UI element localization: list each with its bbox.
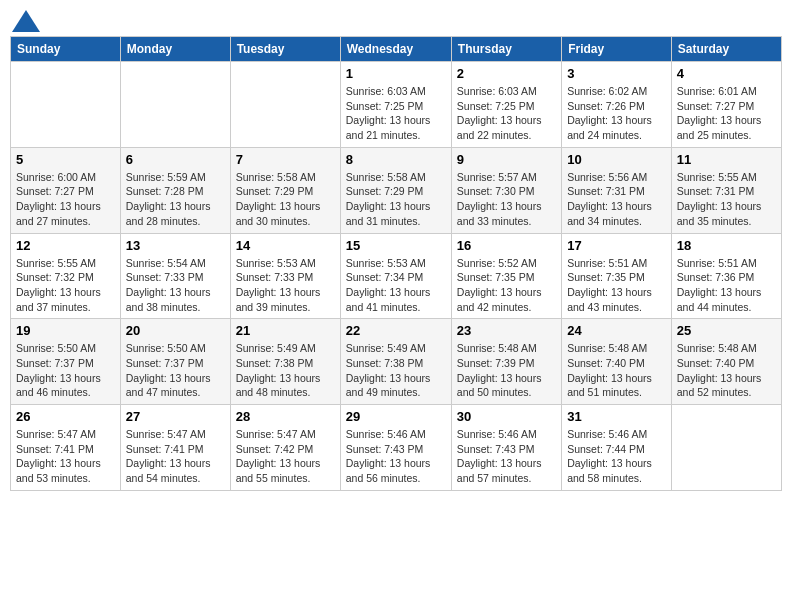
calendar-cell: 6Sunrise: 5:59 AM Sunset: 7:28 PM Daylig… [120,147,230,233]
day-number: 23 [457,323,556,338]
calendar-header-tuesday: Tuesday [230,37,340,62]
calendar-cell: 20Sunrise: 5:50 AM Sunset: 7:37 PM Dayli… [120,319,230,405]
calendar-week-row: 1Sunrise: 6:03 AM Sunset: 7:25 PM Daylig… [11,62,782,148]
day-info: Sunrise: 5:48 AM Sunset: 7:40 PM Dayligh… [677,341,776,400]
day-info: Sunrise: 6:02 AM Sunset: 7:26 PM Dayligh… [567,84,666,143]
calendar-week-row: 12Sunrise: 5:55 AM Sunset: 7:32 PM Dayli… [11,233,782,319]
day-number: 24 [567,323,666,338]
calendar-cell: 12Sunrise: 5:55 AM Sunset: 7:32 PM Dayli… [11,233,121,319]
day-number: 31 [567,409,666,424]
day-number: 21 [236,323,335,338]
logo-arrow-icon [12,10,40,32]
calendar-cell: 5Sunrise: 6:00 AM Sunset: 7:27 PM Daylig… [11,147,121,233]
page-header [10,10,782,28]
day-info: Sunrise: 6:03 AM Sunset: 7:25 PM Dayligh… [457,84,556,143]
day-number: 4 [677,66,776,81]
day-info: Sunrise: 5:53 AM Sunset: 7:33 PM Dayligh… [236,256,335,315]
calendar-cell: 14Sunrise: 5:53 AM Sunset: 7:33 PM Dayli… [230,233,340,319]
day-number: 20 [126,323,225,338]
day-info: Sunrise: 5:55 AM Sunset: 7:31 PM Dayligh… [677,170,776,229]
day-number: 1 [346,66,446,81]
day-number: 6 [126,152,225,167]
day-info: Sunrise: 5:47 AM Sunset: 7:42 PM Dayligh… [236,427,335,486]
calendar-cell: 8Sunrise: 5:58 AM Sunset: 7:29 PM Daylig… [340,147,451,233]
calendar-header-saturday: Saturday [671,37,781,62]
day-info: Sunrise: 5:58 AM Sunset: 7:29 PM Dayligh… [236,170,335,229]
calendar-table: SundayMondayTuesdayWednesdayThursdayFrid… [10,36,782,491]
day-info: Sunrise: 5:56 AM Sunset: 7:31 PM Dayligh… [567,170,666,229]
calendar-cell: 18Sunrise: 5:51 AM Sunset: 7:36 PM Dayli… [671,233,781,319]
day-number: 10 [567,152,666,167]
calendar-cell [671,405,781,491]
calendar-cell: 19Sunrise: 5:50 AM Sunset: 7:37 PM Dayli… [11,319,121,405]
day-info: Sunrise: 5:48 AM Sunset: 7:39 PM Dayligh… [457,341,556,400]
calendar-week-row: 26Sunrise: 5:47 AM Sunset: 7:41 PM Dayli… [11,405,782,491]
day-number: 3 [567,66,666,81]
day-number: 15 [346,238,446,253]
day-number: 7 [236,152,335,167]
day-info: Sunrise: 5:46 AM Sunset: 7:43 PM Dayligh… [346,427,446,486]
calendar-cell: 30Sunrise: 5:46 AM Sunset: 7:43 PM Dayli… [451,405,561,491]
day-number: 22 [346,323,446,338]
calendar-cell: 31Sunrise: 5:46 AM Sunset: 7:44 PM Dayli… [562,405,672,491]
day-number: 16 [457,238,556,253]
calendar-cell [11,62,121,148]
day-number: 5 [16,152,115,167]
day-info: Sunrise: 5:59 AM Sunset: 7:28 PM Dayligh… [126,170,225,229]
day-number: 26 [16,409,115,424]
calendar-cell: 21Sunrise: 5:49 AM Sunset: 7:38 PM Dayli… [230,319,340,405]
day-number: 2 [457,66,556,81]
calendar-cell [230,62,340,148]
day-info: Sunrise: 5:47 AM Sunset: 7:41 PM Dayligh… [126,427,225,486]
calendar-cell: 17Sunrise: 5:51 AM Sunset: 7:35 PM Dayli… [562,233,672,319]
day-info: Sunrise: 6:03 AM Sunset: 7:25 PM Dayligh… [346,84,446,143]
calendar-cell: 9Sunrise: 5:57 AM Sunset: 7:30 PM Daylig… [451,147,561,233]
calendar-cell: 16Sunrise: 5:52 AM Sunset: 7:35 PM Dayli… [451,233,561,319]
day-info: Sunrise: 6:01 AM Sunset: 7:27 PM Dayligh… [677,84,776,143]
calendar-cell: 24Sunrise: 5:48 AM Sunset: 7:40 PM Dayli… [562,319,672,405]
day-info: Sunrise: 5:54 AM Sunset: 7:33 PM Dayligh… [126,256,225,315]
day-info: Sunrise: 5:55 AM Sunset: 7:32 PM Dayligh… [16,256,115,315]
day-info: Sunrise: 5:49 AM Sunset: 7:38 PM Dayligh… [236,341,335,400]
day-number: 25 [677,323,776,338]
day-info: Sunrise: 5:53 AM Sunset: 7:34 PM Dayligh… [346,256,446,315]
calendar-cell: 10Sunrise: 5:56 AM Sunset: 7:31 PM Dayli… [562,147,672,233]
day-number: 12 [16,238,115,253]
day-number: 27 [126,409,225,424]
day-number: 8 [346,152,446,167]
day-info: Sunrise: 5:52 AM Sunset: 7:35 PM Dayligh… [457,256,556,315]
day-number: 17 [567,238,666,253]
calendar-cell: 25Sunrise: 5:48 AM Sunset: 7:40 PM Dayli… [671,319,781,405]
day-number: 13 [126,238,225,253]
calendar-cell: 1Sunrise: 6:03 AM Sunset: 7:25 PM Daylig… [340,62,451,148]
day-number: 29 [346,409,446,424]
day-info: Sunrise: 5:50 AM Sunset: 7:37 PM Dayligh… [126,341,225,400]
calendar-cell [120,62,230,148]
day-info: Sunrise: 5:58 AM Sunset: 7:29 PM Dayligh… [346,170,446,229]
calendar-cell: 7Sunrise: 5:58 AM Sunset: 7:29 PM Daylig… [230,147,340,233]
calendar-cell: 11Sunrise: 5:55 AM Sunset: 7:31 PM Dayli… [671,147,781,233]
day-number: 11 [677,152,776,167]
calendar-header-monday: Monday [120,37,230,62]
calendar-week-row: 5Sunrise: 6:00 AM Sunset: 7:27 PM Daylig… [11,147,782,233]
calendar-header-sunday: Sunday [11,37,121,62]
calendar-cell: 4Sunrise: 6:01 AM Sunset: 7:27 PM Daylig… [671,62,781,148]
calendar-week-row: 19Sunrise: 5:50 AM Sunset: 7:37 PM Dayli… [11,319,782,405]
calendar-cell: 23Sunrise: 5:48 AM Sunset: 7:39 PM Dayli… [451,319,561,405]
logo [10,10,40,28]
calendar-cell: 2Sunrise: 6:03 AM Sunset: 7:25 PM Daylig… [451,62,561,148]
day-info: Sunrise: 5:57 AM Sunset: 7:30 PM Dayligh… [457,170,556,229]
calendar-cell: 13Sunrise: 5:54 AM Sunset: 7:33 PM Dayli… [120,233,230,319]
calendar-cell: 15Sunrise: 5:53 AM Sunset: 7:34 PM Dayli… [340,233,451,319]
day-number: 30 [457,409,556,424]
day-info: Sunrise: 5:46 AM Sunset: 7:44 PM Dayligh… [567,427,666,486]
calendar-cell: 29Sunrise: 5:46 AM Sunset: 7:43 PM Dayli… [340,405,451,491]
day-info: Sunrise: 5:48 AM Sunset: 7:40 PM Dayligh… [567,341,666,400]
day-number: 14 [236,238,335,253]
calendar-cell: 3Sunrise: 6:02 AM Sunset: 7:26 PM Daylig… [562,62,672,148]
calendar-cell: 22Sunrise: 5:49 AM Sunset: 7:38 PM Dayli… [340,319,451,405]
calendar-header-friday: Friday [562,37,672,62]
day-info: Sunrise: 5:46 AM Sunset: 7:43 PM Dayligh… [457,427,556,486]
calendar-cell: 28Sunrise: 5:47 AM Sunset: 7:42 PM Dayli… [230,405,340,491]
calendar-cell: 27Sunrise: 5:47 AM Sunset: 7:41 PM Dayli… [120,405,230,491]
